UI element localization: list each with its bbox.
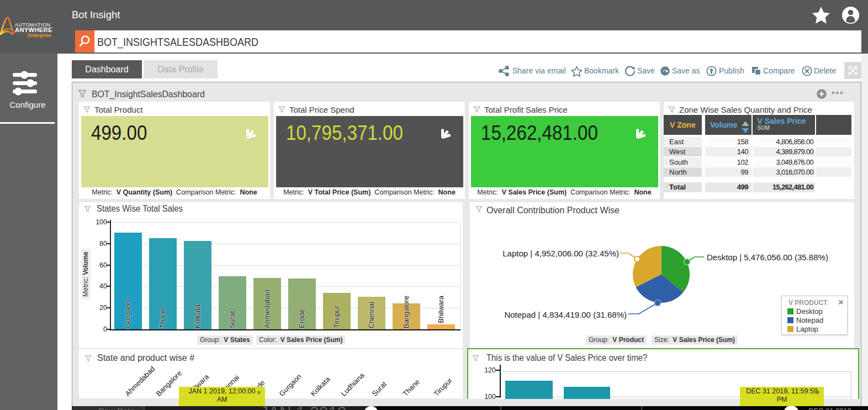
svg-text:Enterprise: Enterprise [28,33,51,38]
